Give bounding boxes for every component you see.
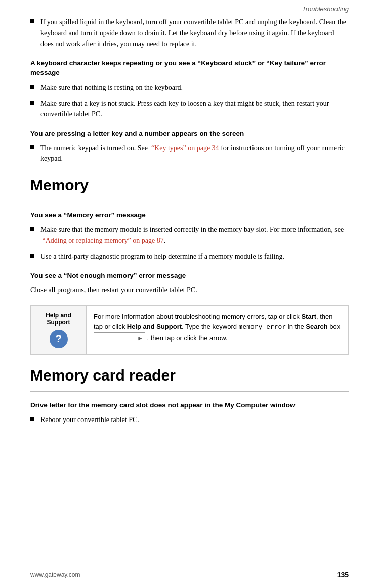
help-support-left: Help and Support ? <box>31 306 87 354</box>
bullet-icon <box>30 254 34 258</box>
memory-error-link1[interactable]: “Adding or replacing memory” on page 87 <box>43 237 164 244</box>
footer-url: www.gateway.com <box>30 571 80 578</box>
help-start-bold: Start <box>301 313 316 320</box>
page-header: Troubleshooting <box>30 5 349 13</box>
search-input[interactable] <box>96 334 136 342</box>
memory-error-post: . <box>164 237 166 244</box>
memory-card-major-heading: Memory card reader <box>30 367 349 384</box>
keyboard-stuck-bullet1: Make sure that nothing is resting on the… <box>30 82 349 93</box>
not-enough-paragraph: Close all programs, then restart your co… <box>30 285 349 296</box>
help-search-bold: Search <box>306 323 327 330</box>
intro-bullet-item: If you spilled liquid in the keyboard, t… <box>30 17 349 50</box>
bullet-icon <box>30 227 34 231</box>
help-text-pre: For more information about troubleshooti… <box>94 313 301 320</box>
help-support-label: Help and Support <box>36 312 81 326</box>
memory-error-bullet1: Make sure that the memory module is inse… <box>30 224 349 246</box>
help-icon: ? <box>50 330 68 348</box>
bullet-icon <box>30 101 34 105</box>
memory-error-bullet2-text: Use a third-party diagnostic program to … <box>40 251 349 262</box>
keyboard-stuck-bullet2-text: Make sure that a key is not stuck. Press… <box>40 98 349 120</box>
letter-key-heading: You are pressing a letter key and a numb… <box>30 129 349 139</box>
letter-key-link[interactable]: “Key types” on page 34 <box>151 144 219 152</box>
bullet-icon <box>30 145 34 149</box>
drive-letter-bullet: Reboot your convertible tablet PC. <box>30 414 349 426</box>
help-text-end: box <box>328 323 341 330</box>
memory-error-heading: You see a “Memory error” message <box>30 211 349 220</box>
keyboard-stuck-bullet1-text: Make sure that nothing is resting on the… <box>40 82 349 93</box>
bullet-icon <box>30 19 34 23</box>
chapter-title: Troubleshooting <box>302 5 349 13</box>
help-support-box: Help and Support ? For more information … <box>30 305 349 355</box>
memory-major-heading: Memory <box>30 177 349 194</box>
help-hs-bold: Help and Support <box>127 323 182 330</box>
not-enough-heading: You see a “Not enough memory” error mess… <box>30 271 349 281</box>
memory-error-bullet2: Use a third-party diagnostic program to … <box>30 251 349 262</box>
letter-key-bullet: The numeric keypad is turned on. See “Ke… <box>30 143 349 164</box>
drive-letter-heading: Drive letter for the memory card slot do… <box>30 401 349 410</box>
memory-error-bullet1-text: Make sure that the memory module is inse… <box>40 224 349 246</box>
divider2 <box>30 391 349 392</box>
keyboard-stuck-bullet2: Make sure that a key is not stuck. Press… <box>30 98 349 120</box>
help-then: , then tap or click the arrow. <box>147 334 228 342</box>
help-support-right: For more information about troubleshooti… <box>87 306 348 354</box>
search-box-inline: ► <box>94 332 145 344</box>
help-text-mid2: . Type the keyword <box>182 323 239 330</box>
letter-key-bullet-text: The numeric keypad is turned on. See “Ke… <box>40 143 349 164</box>
page: Troubleshooting If you spilled liquid in… <box>0 0 379 588</box>
intro-bullet-text: If you spilled liquid in the keyboard, t… <box>40 17 349 50</box>
divider <box>30 201 349 201</box>
help-keyword: memory error <box>239 323 286 331</box>
page-number: 135 <box>337 571 349 579</box>
help-text-mid3: in the <box>286 323 306 330</box>
keyboard-stuck-heading: A keyboard character keeps repeating or … <box>30 59 349 78</box>
bullet-icon <box>30 417 34 421</box>
search-arrow-icon[interactable]: ► <box>137 333 143 343</box>
drive-letter-bullet-text: Reboot your convertible tablet PC. <box>40 414 349 426</box>
bullet-icon <box>30 85 34 89</box>
footer: www.gateway.com 135 <box>30 571 349 579</box>
letter-key-pre: The numeric keypad is turned on. See <box>40 144 151 152</box>
